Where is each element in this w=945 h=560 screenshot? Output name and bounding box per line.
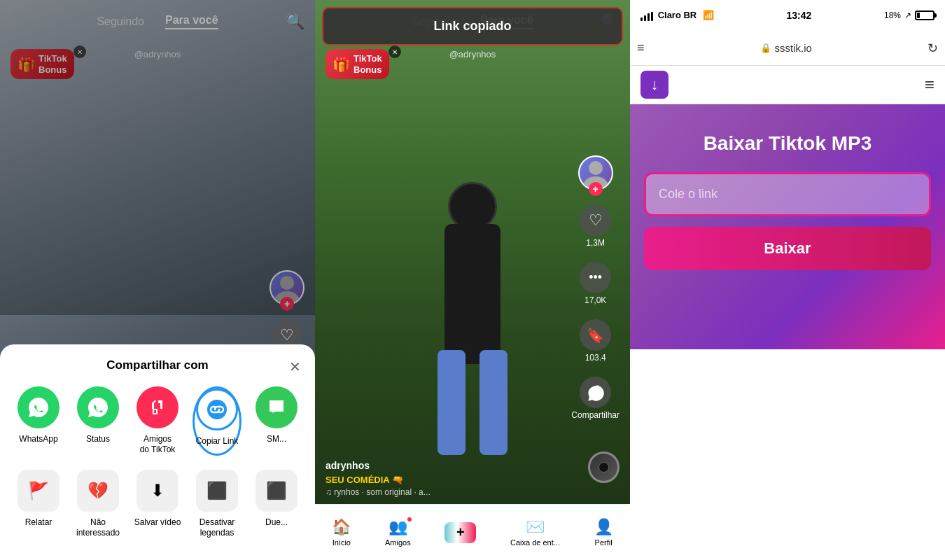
music-disc	[588, 451, 620, 483]
tiktok-friends-icon	[136, 386, 178, 428]
comment-count-2: 17,0K	[584, 295, 606, 305]
friends-icon-2: 👥	[388, 518, 407, 536]
like-icon-2[interactable]: ♡	[580, 204, 611, 236]
site-main-content: Baixar Tiktok MP3 Cole o link Baixar	[630, 104, 945, 349]
action-save-video[interactable]: ⬇ Salvar vídeo	[133, 470, 182, 539]
panel-tiktok-share: Seguindo Para você 🔍 🎁 TikTok Bonus ✕ @a…	[0, 0, 315, 560]
right-sidebar-2: + ♡ 1,3M ••• 17,0K 🔖 103.4 Compartilhar	[571, 155, 620, 420]
inbox-icon-2: ✉️	[526, 518, 545, 536]
hamburger-menu[interactable]: ≡	[925, 75, 934, 94]
disable-captions-icon: ⬛	[196, 470, 238, 512]
report-icon: 🚩	[18, 470, 59, 512]
download-button[interactable]: Baixar	[644, 227, 931, 270]
site-logo[interactable]: ↓	[640, 71, 668, 99]
share-whatsapp[interactable]: WhatsApp	[14, 386, 63, 456]
share-status[interactable]: Status	[74, 386, 122, 456]
username-label-2: @adrynhos	[449, 49, 496, 59]
video-comedy-tag: SEU COMÉDIA 🔫	[326, 475, 430, 485]
share-group: Compartilhar	[571, 377, 620, 420]
svg-point-3	[589, 161, 603, 175]
creator-avatar-2[interactable]: +	[578, 155, 613, 190]
save-video-icon: ⬇	[136, 470, 178, 512]
whatsapp-icon	[18, 386, 59, 428]
status-label: Status	[86, 434, 110, 445]
friends-notification-dot	[406, 516, 413, 523]
logo-symbol: ↓	[651, 76, 659, 94]
not-interested-label: Não interessado	[74, 517, 122, 539]
share-overlay-bg	[0, 0, 315, 315]
nav-create-2[interactable]: +	[444, 522, 476, 543]
like-count-2: 1,3M	[586, 238, 605, 248]
disable-captions-label: Desativar legendas	[192, 517, 241, 539]
video-username: adrynhos	[326, 460, 430, 471]
action-report[interactable]: 🚩 Relatar	[14, 470, 63, 539]
bookmark-group: 🔖 103.4	[580, 319, 611, 363]
duet-label: Due...	[265, 517, 288, 528]
link-copied-toast: Link copiado	[322, 7, 623, 46]
figure-torso	[444, 224, 500, 364]
battery-percentage: 18%	[884, 10, 901, 20]
bonus-title-2-line2: Bonus	[354, 64, 382, 76]
lock-icon: 🔒	[760, 43, 771, 53]
sms-label: SM...	[267, 434, 286, 445]
close-bonus-button-2[interactable]: ✕	[388, 46, 401, 58]
url-input-container[interactable]: Cole o link	[644, 172, 931, 216]
inbox-label-2: Caixa de ent...	[510, 538, 560, 547]
share-actions-row: 🚩 Relatar 💔 Não interessado ⬇ Salvar víd…	[14, 470, 301, 539]
signal-icon	[640, 10, 656, 20]
home-label-2: Início	[332, 538, 351, 547]
save-video-label: Salvar vídeo	[134, 517, 181, 528]
nav-friends-2[interactable]: 👥 Amigos	[385, 518, 411, 547]
link-copied-text: Link copiado	[433, 19, 511, 33]
share-label: Compartilhar	[571, 410, 620, 420]
url-bar[interactable]: 🔒 ssstik.io	[652, 42, 920, 54]
whatsapp-label: WhatsApp	[19, 434, 57, 445]
share-sheet-title: Compartilhar com	[14, 358, 301, 372]
browser-bar: ≡ 🔒 ssstik.io ↻	[630, 31, 945, 66]
figure-leg-right	[479, 350, 507, 455]
bonus-badge-2[interactable]: 🎁 TikTok Bonus	[326, 49, 389, 79]
share-tiktok-friends[interactable]: Amigosdo TikTok	[133, 386, 182, 456]
create-button-2[interactable]: +	[444, 522, 476, 543]
battery-fill	[917, 13, 920, 18]
sms-icon	[255, 386, 298, 428]
bookmark-count: 103.4	[585, 353, 606, 363]
comment-group-2: ••• 17,0K	[580, 262, 611, 305]
copy-link-icon	[196, 388, 238, 430]
figure-area	[416, 182, 528, 504]
close-share-button[interactable]: ✕	[289, 358, 301, 375]
profile-icon-2: 👤	[594, 518, 613, 536]
battery-area: 18% ↗	[884, 10, 934, 20]
friends-label-2: Amigos	[385, 538, 411, 547]
home-icon-2: 🏠	[332, 518, 351, 536]
nav-profile-2[interactable]: 👤 Perfil	[594, 518, 613, 547]
gift-icon-2: 🎁	[332, 56, 350, 73]
share-icon[interactable]	[580, 377, 611, 408]
bookmark-icon[interactable]: 🔖	[580, 319, 611, 351]
video-music: ♫ rynhos · som original · a...	[326, 487, 430, 497]
carrier-label: Claro BR 📶	[640, 10, 714, 20]
panel-browser: Claro BR 📶 13:42 18% ↗ ≡ 🔒 ssstik.io ↻ ↓…	[630, 0, 945, 560]
time-display: 13:42	[787, 10, 812, 21]
share-copy-link[interactable]: Copiar Link	[192, 386, 241, 456]
music-disc-inner	[598, 462, 609, 472]
nav-inbox-2[interactable]: ✉️ Caixa de ent...	[510, 518, 560, 547]
nav-home-2[interactable]: 🏠 Início	[332, 518, 351, 547]
site-header: ↓ ≡	[630, 66, 945, 104]
bottom-navigation-2: 🏠 Início 👥 Amigos + ✉️ Caixa de ent... 👤…	[315, 504, 630, 560]
video-overlay: adrynhos SEU COMÉDIA 🔫 ♫ rynhos · som or…	[326, 460, 430, 497]
site-title: Baixar Tiktok MP3	[644, 132, 931, 155]
follow-button-2[interactable]: +	[589, 182, 603, 196]
action-disable-captions[interactable]: ⬛ Desativar legendas	[192, 470, 241, 539]
action-duet[interactable]: ⬛ Due...	[252, 470, 301, 539]
url-input-placeholder: Cole o link	[659, 187, 718, 201]
share-sms[interactable]: SM...	[252, 386, 301, 456]
profile-label-2: Perfil	[595, 538, 612, 547]
battery-icon	[915, 10, 934, 20]
browser-menu-icon[interactable]: ≡	[637, 41, 645, 55]
action-not-interested[interactable]: 💔 Não interessado	[74, 470, 122, 539]
figure-leg-left	[438, 350, 465, 455]
refresh-button[interactable]: ↻	[927, 41, 938, 56]
comment-icon-2[interactable]: •••	[580, 262, 611, 293]
panel-tiktok-link-copied: Link copiado 🎁 TikTok Bonus ✕ @adrynhos …	[315, 0, 630, 560]
